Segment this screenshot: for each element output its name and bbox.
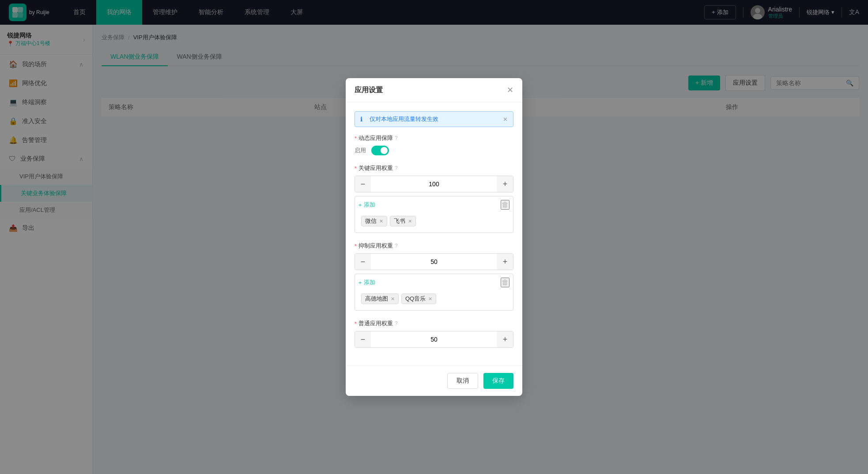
key-tag-add-row: + 添加 🗑 [359,200,509,210]
tag-feishu-label: 飞书 [394,217,405,225]
modal-close-button[interactable]: ✕ [507,85,513,95]
dynamic-label-text: 动态应用保障 [359,134,393,142]
key-weight-label-text: 关键应用权重 [359,164,393,172]
notice-bar: ℹ 仅对本地应用流量转发生效 ✕ [355,111,513,127]
key-tags-container: 微信 ✕ 飞书 ✕ [359,213,509,229]
required-mark: * [355,135,357,142]
info-icon: ℹ [360,116,362,123]
modal-overlay[interactable]: 应用设置 ✕ ℹ 仅对本地应用流量转发生效 ✕ * 动态应用保障 ? [0,0,868,474]
suppress-weight-stepper: − + [355,253,513,270]
tag-qqmusic: QQ音乐 ✕ [401,293,436,304]
suppress-tags-container: 高德地图 ✕ QQ音乐 ✕ [359,291,509,307]
notice-text: 仅对本地应用流量转发生效 [370,115,438,123]
key-weight-decrement[interactable]: − [355,176,371,192]
normal-weight-section: * 普通应用权重 ? − + [355,320,513,348]
tag-qqmusic-label: QQ音乐 [405,295,426,303]
required-mark3: * [355,243,357,249]
suppress-weight-input[interactable] [371,256,497,268]
suppress-weight-increment[interactable]: + [497,254,513,270]
suppress-weight-help-icon[interactable]: ? [395,243,398,249]
normal-weight-label-text: 普通应用权重 [359,320,393,327]
normal-weight-increment[interactable]: + [497,331,513,347]
key-weight-label: * 关键应用权重 ? [355,164,513,172]
suppress-add-label: 添加 [364,278,375,286]
required-mark4: * [355,320,357,327]
dynamic-label: * 动态应用保障 ? [355,134,513,142]
key-tags-area: + 添加 🗑 微信 ✕ 飞书 ✕ [355,196,513,233]
key-add-label: 添加 [364,201,375,209]
modal-header: 应用设置 ✕ [346,78,522,102]
suppress-weight-decrement[interactable]: − [355,254,371,270]
suppress-delete-button[interactable]: 🗑 [501,278,509,287]
tag-gaode-remove[interactable]: ✕ [391,296,395,302]
modal-footer: 取消 保存 [346,365,522,396]
toggle-label: 启用 [355,147,366,154]
modal: 应用设置 ✕ ℹ 仅对本地应用流量转发生效 ✕ * 动态应用保障 ? [346,78,522,396]
cancel-button[interactable]: 取消 [447,373,478,389]
suppress-weight-label-text: 抑制应用权重 [359,242,393,250]
normal-weight-help-icon[interactable]: ? [395,320,398,327]
key-weight-input[interactable] [371,178,497,190]
tag-wechat-label: 微信 [365,217,377,225]
plus-icon: + [359,202,362,208]
suppress-weight-section: * 抑制应用权重 ? − + + 添加 🗑 [355,242,513,311]
normal-weight-stepper: − + [355,331,513,348]
key-weight-help-icon[interactable]: ? [395,165,398,171]
modal-body: ℹ 仅对本地应用流量转发生效 ✕ * 动态应用保障 ? 启用 [346,102,522,365]
tag-feishu-remove[interactable]: ✕ [408,218,412,224]
key-weight-stepper: − + [355,176,513,192]
tag-wechat: 微信 ✕ [361,216,387,226]
key-delete-button[interactable]: 🗑 [501,200,509,210]
normal-weight-label: * 普通应用权重 ? [355,320,513,327]
modal-title: 应用设置 [355,86,383,95]
toggle-row: 启用 [355,146,513,155]
key-add-button[interactable]: + 添加 [359,201,375,209]
plus-icon2: + [359,279,362,286]
key-weight-section: * 关键应用权重 ? − + + 添加 🗑 [355,164,513,233]
tag-gaode-label: 高德地图 [365,295,388,303]
dynamic-toggle[interactable] [371,146,389,155]
suppress-add-button[interactable]: + 添加 [359,278,375,286]
save-button[interactable]: 保存 [483,373,513,389]
required-mark2: * [355,165,357,172]
suppress-tag-add-row: + 添加 🗑 [359,278,509,287]
dynamic-section: * 动态应用保障 ? 启用 [355,134,513,155]
tag-gaode: 高德地图 ✕ [361,293,399,304]
suppress-tags-area: + 添加 🗑 高德地图 ✕ QQ音乐 ✕ [355,274,513,311]
suppress-weight-label: * 抑制应用权重 ? [355,242,513,250]
normal-weight-decrement[interactable]: − [355,331,371,347]
tag-feishu: 飞书 ✕ [390,216,416,226]
dynamic-help-icon[interactable]: ? [395,135,398,141]
tag-qqmusic-remove[interactable]: ✕ [428,296,432,302]
notice-close-button[interactable]: ✕ [503,116,508,123]
normal-weight-input[interactable] [371,333,497,346]
key-weight-increment[interactable]: + [497,176,513,192]
tag-wechat-remove[interactable]: ✕ [379,218,383,224]
